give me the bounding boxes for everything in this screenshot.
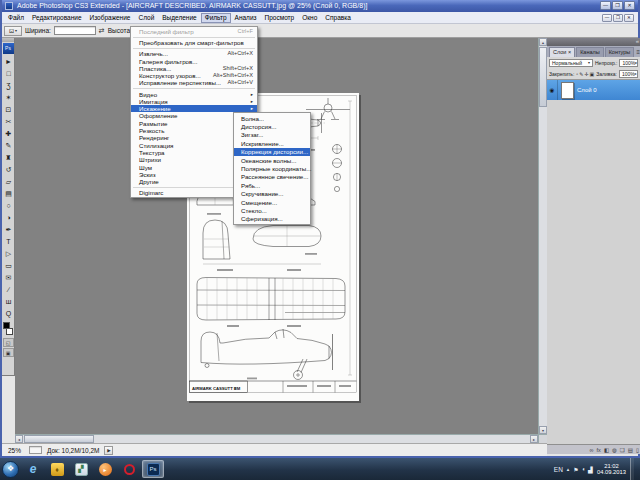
tray-expand-icon[interactable]: ▴ — [567, 466, 570, 472]
scroll-right-icon[interactable]: ▸ — [530, 435, 538, 443]
layer-row[interactable]: ◉ Слой 0 — [547, 80, 640, 100]
menubar-item-filter[interactable]: Фильтр — [201, 13, 231, 23]
hand-tool[interactable]: ш — [2, 296, 15, 308]
path-select-tool[interactable]: ▷ — [2, 248, 15, 260]
foreground-color-swatch[interactable] — [3, 322, 10, 329]
filter-menu-item-7[interactable]: Конструктор узоров...Alt+Shift+Ctrl+X — [131, 72, 257, 79]
fill-select[interactable]: 100% ▸ — [619, 70, 638, 78]
distort-submenu-item-4[interactable]: Коррекция дисторсии... — [234, 148, 310, 156]
distort-submenu-item-8[interactable]: Рябь... — [234, 181, 310, 189]
background-color-swatch[interactable] — [6, 328, 13, 335]
filter-menu-item-0[interactable]: Последний фильтрCtrl+F — [131, 28, 257, 35]
distort-submenu-item-3[interactable]: Искривление... — [234, 139, 310, 147]
layer-mask-icon[interactable]: ◧ — [604, 447, 609, 453]
distort-submenu-item-7[interactable]: Рассеянное свечение... — [234, 173, 310, 181]
menubar-item-select[interactable]: Выделение — [158, 13, 200, 23]
doc-close-icon[interactable]: ✕ — [624, 14, 634, 22]
volume-icon[interactable]: ◖ — [582, 466, 586, 473]
blend-mode-select[interactable]: Нормальный ▾ — [549, 59, 593, 67]
taskbar-photoshop[interactable]: Ps — [142, 460, 164, 478]
lock-icons[interactable]: ▫✎✛▣ — [576, 71, 594, 77]
marquee-tool[interactable]: □ — [2, 68, 15, 80]
layer-visibility-eye-icon[interactable]: ◉ — [547, 80, 558, 100]
menubar-item-edit[interactable]: Редактирование — [28, 13, 86, 23]
taskbar-ie[interactable]: e — [22, 460, 44, 478]
toolbox-grip[interactable] — [2, 38, 14, 42]
dock-header[interactable]: « — [547, 38, 640, 46]
filter-menu-item-2[interactable]: Преобразовать для смарт-фильтров — [131, 39, 257, 46]
start-button[interactable]: ❖ — [2, 461, 19, 478]
tab-каналы[interactable]: Каналы — [576, 47, 604, 57]
move-tool[interactable]: ► — [2, 56, 15, 68]
healing-brush-tool[interactable]: ✚ — [2, 128, 15, 140]
maximize-icon[interactable]: ❐ — [612, 1, 623, 10]
eraser-tool[interactable]: ▱ — [2, 176, 15, 188]
blur-tool[interactable]: ○ — [2, 200, 15, 212]
screen-mode-button[interactable]: ▣ — [3, 348, 14, 357]
filter-menu-item-10[interactable]: Видео▸ — [131, 90, 257, 97]
layer-group-icon[interactable]: ❏ — [620, 447, 625, 453]
taskbar-media-app[interactable]: ▸ — [94, 460, 116, 478]
horizontal-scrollbar[interactable]: ◂ ▸ — [15, 434, 538, 443]
distort-submenu-item-12[interactable]: Сферизация... — [234, 215, 310, 223]
canvas-area[interactable]: AIRMARK CASSUTT ⅢM — [15, 38, 538, 434]
show-desktop-button[interactable] — [630, 458, 634, 480]
width-input[interactable] — [54, 26, 96, 35]
zoom-tool[interactable]: Q — [2, 308, 15, 320]
title-bar[interactable]: Adobe Photoshop CS3 Extended - [AIRCRAFT… — [2, 0, 638, 12]
zoom-level-field[interactable]: 25% — [8, 447, 24, 454]
delete-layer-icon[interactable]: ▯ — [636, 447, 639, 453]
opacity-select[interactable]: 100% ▸ — [619, 59, 638, 67]
network-icon[interactable]: ▟ — [588, 466, 593, 473]
lock-icon-2[interactable]: ✛ — [584, 71, 588, 77]
new-layer-icon[interactable]: ▤ — [628, 447, 633, 453]
link-layers-icon[interactable]: ∞ — [590, 447, 594, 453]
tool-preset-button[interactable]: ⊡ ▾ — [4, 26, 22, 36]
quick-mask-button[interactable]: ◱ — [3, 338, 14, 347]
scroll-left-icon[interactable]: ◂ — [15, 435, 23, 443]
lock-icon-1[interactable]: ✎ — [579, 71, 583, 77]
swap-dimensions-icon[interactable]: ⇄ — [99, 27, 105, 35]
magic-wand-tool[interactable]: ✶ — [2, 92, 15, 104]
scroll-up-icon[interactable]: ▴ — [539, 38, 547, 46]
menubar-item-analysis[interactable]: Анализ — [231, 13, 261, 23]
pen-tool[interactable]: ✒ — [2, 224, 15, 236]
layer-style-icon[interactable]: fx — [597, 447, 601, 453]
type-tool[interactable]: T — [2, 236, 15, 248]
tab-слои[interactable]: Слои × — [549, 47, 575, 57]
filter-menu-item-6[interactable]: Пластика...Shift+Ctrl+X — [131, 65, 257, 72]
shape-tool[interactable]: ▭ — [2, 260, 15, 272]
distort-submenu-item-5[interactable]: Океанские волны... — [234, 156, 310, 164]
language-indicator[interactable]: EN — [554, 466, 563, 473]
tab-контуры[interactable]: Контуры — [605, 47, 635, 57]
brush-tool[interactable]: ✎ — [2, 140, 15, 152]
distort-submenu-item-10[interactable]: Смещение... — [234, 198, 310, 206]
distort-submenu-item-1[interactable]: Дисторсия... — [234, 122, 310, 130]
doc-minimize-icon[interactable]: — — [602, 14, 612, 22]
filter-menu-item-5[interactable]: Галерея фильтров... — [131, 57, 257, 64]
taskbar-clock[interactable]: 21:02 04.09.2013 — [597, 463, 626, 476]
taskbar-opera[interactable] — [118, 460, 140, 478]
menubar-item-view[interactable]: Просмотр — [261, 13, 299, 23]
taskbar-image-viewer[interactable]: ▞ — [70, 460, 92, 478]
history-brush-tool[interactable]: ↺ — [2, 164, 15, 176]
menubar-item-window[interactable]: Окно — [298, 13, 321, 23]
eyedropper-tool[interactable]: ∕ — [2, 284, 15, 296]
vscroll-thumb[interactable] — [539, 47, 547, 107]
status-options-arrow-icon[interactable]: ▶ — [104, 446, 113, 455]
menubar-item-file[interactable]: Файл — [4, 13, 28, 23]
vertical-scrollbar[interactable]: ▴ ▾ — [538, 38, 547, 434]
crop-tool[interactable]: ⊡ — [2, 104, 15, 116]
distort-submenu-item-0[interactable]: Волна... — [234, 114, 310, 122]
filter-menu-item-8[interactable]: Исправление перспективы...Alt+Ctrl+V — [131, 79, 257, 86]
filter-menu-item-4[interactable]: Извлечь...Alt+Ctrl+X — [131, 50, 257, 57]
distort-submenu-item-2[interactable]: Зигзаг... — [234, 131, 310, 139]
menubar-item-help[interactable]: Справка — [321, 13, 355, 23]
distort-submenu-item-9[interactable]: Скручивание... — [234, 190, 310, 198]
lasso-tool[interactable]: Ʒ — [2, 80, 15, 92]
slice-tool[interactable]: ✂ — [2, 116, 15, 128]
menubar-item-image[interactable]: Изображение — [86, 13, 135, 23]
palette-menu-icon[interactable]: ≡ — [636, 48, 640, 57]
close-icon[interactable]: ✕ — [624, 1, 635, 10]
doc-restore-icon[interactable]: ❐ — [613, 14, 623, 22]
